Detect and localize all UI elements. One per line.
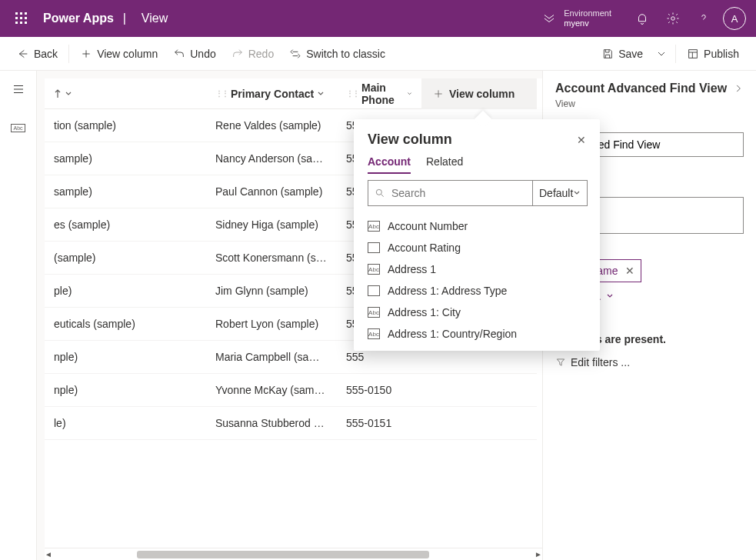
waffle-icon[interactable] xyxy=(6,0,37,37)
cell-contact: Susanna Stubberod (samp... xyxy=(206,417,337,429)
cell-account: ple) xyxy=(45,285,206,297)
cell-phone: 555 xyxy=(337,351,421,363)
svg-rect-5 xyxy=(25,17,27,19)
search-input[interactable] xyxy=(391,187,526,199)
tab-related[interactable]: Related xyxy=(426,155,463,174)
cell-contact: Maria Campbell (sample) xyxy=(206,351,337,363)
save-dropdown[interactable] xyxy=(651,42,672,66)
remove-sort-icon[interactable]: ✕ xyxy=(625,265,634,277)
view-column-popover: View column ✕ Account Related Default Ab… xyxy=(354,119,600,351)
column-option-label: Address 1: Address Type xyxy=(388,285,507,297)
switch-classic-button[interactable]: Switch to classic xyxy=(281,42,393,66)
table-row[interactable]: nple)Yvonne McKay (sample)555-0150 xyxy=(45,374,537,407)
column-option[interactable]: AbcAddress 1: Country/Region xyxy=(354,323,600,345)
cell-contact: Sidney Higa (sample) xyxy=(206,218,337,231)
cell-account: (sample) xyxy=(45,252,206,264)
svg-rect-8 xyxy=(25,22,27,24)
help-icon[interactable] xyxy=(688,0,719,37)
panel-title: Account Advanced Find View xyxy=(555,82,727,95)
column-header-account[interactable] xyxy=(45,89,206,98)
column-option-label: Account Number xyxy=(388,220,468,232)
popover-title: View column xyxy=(368,132,452,148)
view-column-button[interactable]: View column xyxy=(72,42,165,66)
cell-phone: 555-0150 xyxy=(337,384,421,396)
cell-account: euticals (sample) xyxy=(45,318,206,330)
column-option-label: Address 1 xyxy=(388,263,436,275)
column-option-label: Address 1: City xyxy=(388,306,461,318)
column-option[interactable]: AbcAccount Number xyxy=(354,215,600,237)
cell-phone: 555-0151 xyxy=(337,417,421,429)
svg-rect-6 xyxy=(15,22,18,24)
svg-rect-2 xyxy=(25,12,27,15)
column-option[interactable]: Address 1: Address Type xyxy=(354,280,600,302)
svg-rect-0 xyxy=(15,12,18,15)
avatar[interactable]: A xyxy=(719,0,750,37)
column-option[interactable]: AbcAddress 1 xyxy=(354,258,600,280)
command-bar: Back View column Undo Redo Switch to cla… xyxy=(0,37,756,71)
column-option-label: Address 1: Country/Region xyxy=(388,328,517,340)
field-type-icon: Abc xyxy=(368,307,380,318)
brand-title: Power Apps | View xyxy=(37,12,168,25)
table-row[interactable]: le)Susanna Stubberod (samp...555-0151 xyxy=(45,407,537,440)
column-header-primary-contact[interactable]: ⋮⋮ Primary Contact xyxy=(206,88,337,100)
fields-icon[interactable]: Abc xyxy=(6,115,31,140)
cell-account: nple) xyxy=(45,384,206,396)
svg-rect-10 xyxy=(689,49,698,58)
cell-contact: Jim Glynn (sample) xyxy=(206,285,337,297)
notification-icon[interactable] xyxy=(627,0,658,37)
cell-account: le) xyxy=(45,417,206,429)
redo-button: Redo xyxy=(224,42,281,66)
top-bar: Power Apps | View Environment myenv A xyxy=(0,0,756,37)
cell-contact: Paul Cannon (sample) xyxy=(206,185,337,198)
cell-account: es (sample) xyxy=(45,218,206,231)
search-icon xyxy=(375,188,385,198)
cell-account: sample) xyxy=(45,185,206,198)
field-type-icon: Abc xyxy=(368,264,380,275)
field-type-icon: Abc xyxy=(368,221,380,232)
panel-subtitle: View xyxy=(555,98,744,109)
svg-rect-4 xyxy=(20,17,22,19)
column-option-label: Account Rating xyxy=(388,242,461,254)
svg-rect-3 xyxy=(15,17,18,19)
cell-contact: Robert Lyon (sample) xyxy=(206,318,337,330)
svg-point-11 xyxy=(376,189,381,195)
cell-account: sample) xyxy=(45,152,206,165)
cell-contact: Yvonne McKay (sample) xyxy=(206,384,337,396)
svg-rect-1 xyxy=(20,12,22,15)
cell-account: tion (sample) xyxy=(45,119,206,132)
sort-dropdown[interactable]: Default xyxy=(532,180,588,206)
left-rail: Abc xyxy=(0,71,37,560)
settings-icon[interactable] xyxy=(658,0,688,37)
field-type-icon: Abc xyxy=(368,328,380,339)
chevron-right-icon[interactable] xyxy=(733,83,744,94)
column-option[interactable]: Account Rating xyxy=(354,237,600,258)
search-input-wrapper[interactable] xyxy=(368,180,532,206)
column-header-main-phone[interactable]: ⋮⋮ Main Phone xyxy=(337,82,421,106)
cell-contact: Nancy Anderson (sample) xyxy=(206,152,337,165)
horizontal-scrollbar[interactable]: ◄ ► xyxy=(45,548,542,560)
back-button[interactable]: Back xyxy=(9,42,65,66)
svg-rect-7 xyxy=(20,22,22,24)
close-icon[interactable]: ✕ xyxy=(577,134,586,146)
grid-header: ⋮⋮ Primary Contact ⋮⋮ Main Phone View co… xyxy=(45,78,537,109)
column-option[interactable]: AbcAddress 1: City xyxy=(354,302,600,323)
save-button[interactable]: Save xyxy=(594,42,651,66)
cell-account: nple) xyxy=(45,351,206,363)
svg-point-9 xyxy=(671,17,675,21)
field-type-icon xyxy=(368,242,380,253)
cell-contact: Scott Konersmann (sample) xyxy=(206,252,337,264)
field-type-icon xyxy=(368,285,380,296)
publish-button[interactable]: Publish xyxy=(679,42,747,66)
undo-button[interactable]: Undo xyxy=(165,42,223,66)
hamburger-icon[interactable] xyxy=(6,77,31,102)
tab-account[interactable]: Account xyxy=(368,155,411,174)
cell-contact: Rene Valdes (sample) xyxy=(206,119,337,132)
edit-filters-link[interactable]: Edit filters ... xyxy=(555,356,630,368)
add-column-button[interactable]: View column xyxy=(421,78,537,109)
environment-picker[interactable]: Environment myenv xyxy=(542,8,611,28)
